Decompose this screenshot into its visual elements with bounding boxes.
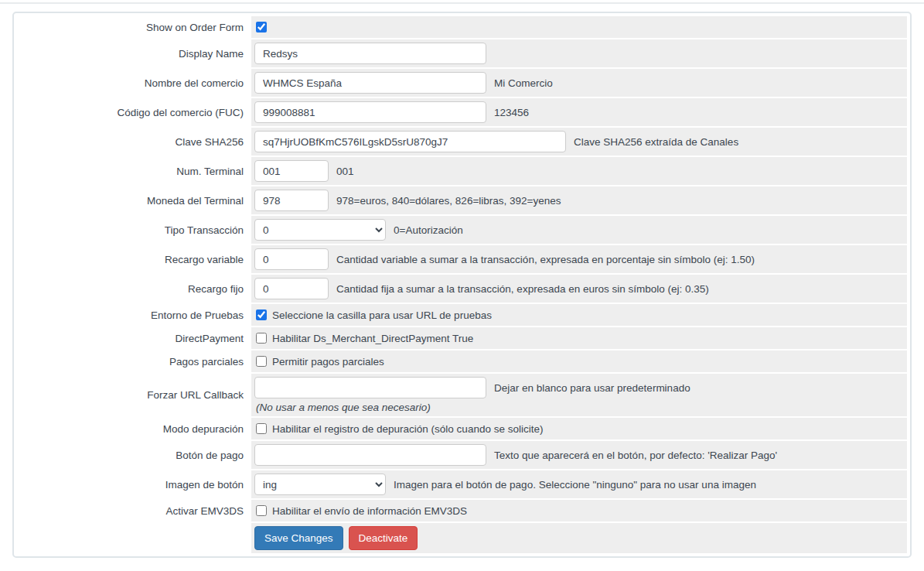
recargo-fijo-input[interactable] [254,278,329,299]
field-help: 0=Autorización [394,224,463,236]
row-modo-depuracion: Modo depuración Habilitar el registro de… [15,418,907,439]
field-help: Dejar en blanco para usar predeterminado [494,382,690,394]
field-label: Num. Terminal [15,157,251,185]
num-terminal-input[interactable] [254,160,329,182]
field-area: Habilitar el envío de información EMV3DS [251,500,907,521]
entorno-pruebas-checkbox[interactable] [256,309,267,320]
field-area: Cantidad variable a sumar a la transacci… [251,245,907,273]
tipo-transaccion-select[interactable]: 0 [254,219,386,241]
field-area: Mi Comercio [251,69,907,97]
row-tipo-transaccion: Tipo Transacción 0 0=Autorización [15,216,907,244]
checkbox-label: Seleccione la casilla para usar URL de p… [272,309,492,321]
codigo-comercio-input[interactable] [254,101,486,123]
field-label: Recargo fijo [15,275,251,303]
boton-pago-input[interactable] [254,444,486,466]
row-nombre-comercio: Nombre del comercio Mi Comercio [15,69,907,97]
field-label: Activar EMV3DS [15,500,251,521]
directpayment-checkbox[interactable] [256,333,267,344]
field-label: Forzar URL Callback [15,374,251,416]
field-area: 123456 [251,98,907,126]
checkbox-label: Habilitar Ds_Merchant_DirectPayment True [272,333,473,344]
field-help: Imagen para el botón de pago. Seleccione… [394,479,756,491]
checkbox-label: Habilitar el registro de depuración (sól… [272,423,543,435]
field-area: Dejar en blanco para usar predeterminado… [251,374,907,416]
field-label: Tipo Transacción [15,216,251,244]
field-label: Show on Order Form [15,16,251,38]
row-actions: Save Changes Deactivate [15,523,907,553]
save-changes-button[interactable]: Save Changes [254,526,343,550]
field-area: Clave SHA256 extraída de Canales [251,128,907,156]
field-area: Save Changes Deactivate [251,523,907,553]
checkbox-label: Habilitar el envío de información EMV3DS [272,505,467,517]
top-divider [0,2,924,4]
row-boton-pago: Botón de pago Texto que aparecerá en el … [15,441,907,469]
field-help: Mi Comercio [494,77,553,89]
row-recargo-variable: Recargo variable Cantidad variable a sum… [15,245,907,273]
recargo-variable-input[interactable] [254,248,329,270]
imagen-boton-select[interactable]: ing [254,474,386,495]
field-area: Seleccione la casilla para usar URL de p… [251,304,907,326]
forzar-url-callback-input[interactable] [254,377,486,398]
row-entorno-pruebas: Entorno de Pruebas Seleccione la casilla… [15,304,907,326]
field-help: Cantidad variable a sumar a la transacci… [336,254,755,265]
field-label: Moneda del Terminal [15,186,251,214]
field-area: 0 0=Autorización [251,216,907,244]
field-area [251,39,907,67]
show-on-order-form-checkbox[interactable] [256,22,267,32]
activar-emv3ds-checkbox[interactable] [256,505,267,516]
field-label: Imagen de botón [15,470,251,498]
field-label: Modo depuración [15,418,251,439]
field-area: Habilitar el registro de depuración (sól… [251,418,907,439]
pagos-parciales-checkbox[interactable] [256,356,267,367]
field-help: 978=euros, 840=dólares, 826=libras, 392=… [336,195,561,207]
field-label: Display Name [15,39,251,67]
row-codigo-comercio: Código del comercio (FUC) 123456 [15,98,907,126]
modo-depuracion-checkbox[interactable] [256,423,267,434]
field-help: 123456 [494,107,529,118]
gateway-config-panel: Show on Order Form Display Name Nombre d… [12,12,912,558]
row-display-name: Display Name [15,39,907,67]
nombre-comercio-input[interactable] [254,72,486,94]
field-label [15,523,251,553]
field-area [251,16,907,38]
row-recargo-fijo: Recargo fijo Cantidad fija a sumar a la … [15,275,907,303]
field-help: Texto que aparecerá en el botón, por def… [494,450,777,461]
field-help: 001 [336,166,354,177]
row-forzar-url-callback: Forzar URL Callback Dejar en blanco para… [15,374,907,416]
field-area: ing Imagen para el botón de pago. Selecc… [251,470,907,498]
row-activar-emv3ds: Activar EMV3DS Habilitar el envío de inf… [15,500,907,521]
field-area: Cantidad fija a sumar a la transacción, … [251,275,907,303]
moneda-terminal-input[interactable] [254,190,329,211]
row-num-terminal: Num. Terminal 001 [15,157,907,185]
field-area: 001 [251,157,907,185]
checkbox-label: Permitir pagos parciales [272,356,384,368]
display-name-input[interactable] [254,43,486,64]
field-label: Entorno de Pruebas [15,304,251,326]
row-directpayment: DirectPayment Habilitar Ds_Merchant_Dire… [15,327,907,349]
field-label: Clave SHA256 [15,128,251,156]
field-area: Texto que aparecerá en el botón, por def… [251,441,907,469]
field-label: Pagos parciales [15,350,251,372]
field-label: Nombre del comercio [15,69,251,97]
row-moneda-terminal: Moneda del Terminal 978=euros, 840=dólar… [15,186,907,214]
deactivate-button[interactable]: Deactivate [349,526,418,550]
row-show-on-order-form: Show on Order Form [15,16,907,38]
field-label: Código del comercio (FUC) [15,98,251,126]
field-note: (No usar a menos que sea necesario) [256,402,904,413]
field-area: Permitir pagos parciales [251,350,907,372]
field-label: DirectPayment [15,327,251,349]
field-label: Recargo variable [15,245,251,273]
row-imagen-boton: Imagen de botón ing Imagen para el botón… [15,470,907,498]
field-help: Cantidad fija a sumar a la transacción, … [336,283,709,295]
field-area: Habilitar Ds_Merchant_DirectPayment True [251,327,907,349]
field-area: 978=euros, 840=dólares, 826=libras, 392=… [251,186,907,214]
field-label: Botón de pago [15,441,251,469]
row-pagos-parciales: Pagos parciales Permitir pagos parciales [15,350,907,372]
row-clave-sha256: Clave SHA256 Clave SHA256 extraída de Ca… [15,128,907,156]
field-help: Clave SHA256 extraída de Canales [574,136,738,148]
clave-sha256-input[interactable] [254,131,566,152]
